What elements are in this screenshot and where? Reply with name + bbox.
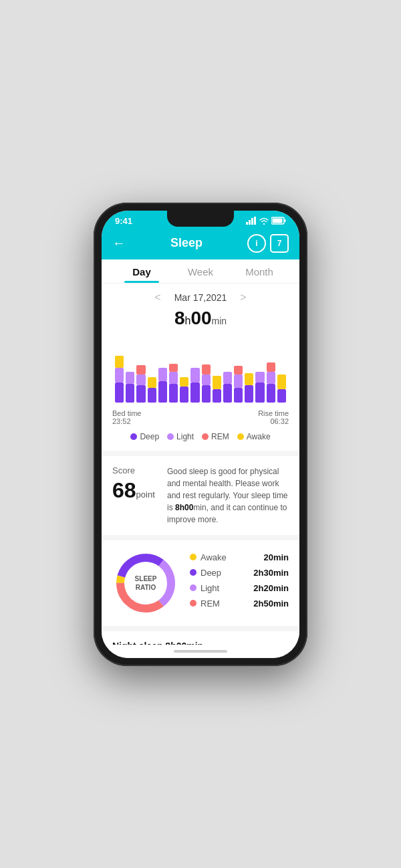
ratio-row-rem: REM2h50min <box>190 599 289 609</box>
ratio-legend: Awake20minDeep2h30minLight2h20minREM2h50… <box>190 552 289 614</box>
light-seg <box>202 374 211 385</box>
bar-group <box>277 374 286 403</box>
donut-chart: SLEEPRATIO <box>112 550 179 617</box>
deep-seg <box>115 383 124 403</box>
deep-seg <box>267 384 275 403</box>
legend-label: Light <box>176 432 194 441</box>
bottom-bar <box>102 645 299 658</box>
bar-group <box>223 372 232 403</box>
rise-time-label: Rise time <box>258 409 289 417</box>
light-seg <box>255 372 264 383</box>
score-display: Score 68point <box>112 465 159 503</box>
deep-seg <box>245 385 253 403</box>
deep-seg <box>255 383 264 403</box>
min-label: min <box>212 316 227 326</box>
awake-seg <box>277 374 286 389</box>
tab-month[interactable]: Month <box>230 259 289 283</box>
deep-seg <box>126 384 134 403</box>
awake-seg <box>180 377 188 387</box>
ratio-label: Deep <box>200 568 249 578</box>
ratio-label: REM <box>200 599 249 609</box>
svg-rect-2 <box>251 218 253 225</box>
ratio-row-deep: Deep2h30min <box>190 568 289 578</box>
bed-rise-times: Bed time 23:52 Rise time 06:32 <box>112 409 289 425</box>
rem-seg <box>202 364 211 374</box>
page-title: Sleep <box>126 236 247 250</box>
legend-item-deep: Deep <box>130 432 159 441</box>
bar-group <box>245 373 253 403</box>
rem-seg <box>169 364 178 372</box>
deep-seg <box>202 385 211 403</box>
svg-rect-6 <box>273 219 283 223</box>
bar-group <box>202 364 211 403</box>
bar-group <box>126 372 134 403</box>
rise-time: Rise time 06:32 <box>258 409 289 425</box>
chart-section: < Mar 17,2021 > 8h00min Bed time 23:52 <box>102 284 299 451</box>
ratio-value: 2h30min <box>253 568 289 578</box>
legend-dot <box>202 433 209 440</box>
deep-seg <box>169 384 178 403</box>
stat-row: Night sleep 8h00minReferences: 6-10 hour… <box>112 631 289 645</box>
deep-seg <box>148 388 156 403</box>
ratio-value: 2h50min <box>253 599 289 609</box>
light-seg <box>267 372 275 384</box>
ratio-value: 2h20min <box>253 583 289 593</box>
sleep-minutes: 00 <box>190 308 211 328</box>
light-seg <box>126 372 134 384</box>
score-number: 68 <box>112 478 136 502</box>
rise-time-value: 06:32 <box>258 417 289 425</box>
bar-group <box>169 364 178 403</box>
rem-seg <box>234 366 243 374</box>
light-seg <box>158 368 167 381</box>
ratio-dot <box>190 554 196 560</box>
prev-date-button[interactable]: < <box>154 292 160 304</box>
bar-group <box>255 372 264 403</box>
svg-rect-1 <box>249 220 251 225</box>
calendar-button[interactable]: 7 <box>270 234 289 253</box>
svg-rect-3 <box>254 217 256 225</box>
ratio-row-awake: Awake20min <box>190 552 289 562</box>
svg-rect-0 <box>246 222 248 225</box>
score-description: Good sleep is good for physical and ment… <box>167 465 289 526</box>
svg-rect-5 <box>285 219 286 222</box>
light-seg <box>190 368 199 383</box>
score-section: Score 68point Good sleep is good for phy… <box>102 456 299 535</box>
light-seg <box>223 372 232 384</box>
light-seg <box>169 372 178 384</box>
bed-time-label: Bed time <box>112 409 141 417</box>
light-seg <box>234 374 243 388</box>
next-date-button[interactable]: > <box>240 292 246 304</box>
deep-seg <box>213 389 221 403</box>
tab-week[interactable]: Week <box>171 259 230 283</box>
app-header: ← Sleep i 7 <box>102 229 299 259</box>
awake-seg <box>245 373 253 385</box>
bar-group <box>158 368 167 403</box>
deep-seg <box>277 389 286 403</box>
ratio-label: Awake <box>200 552 259 562</box>
stats-section: Night sleep 8h00minReferences: 6-10 hour… <box>102 631 299 645</box>
tab-day[interactable]: Day <box>112 259 171 283</box>
ratio-section: SLEEPRATIO Awake20minDeep2h30minLight2h2… <box>102 540 299 626</box>
legend-label: Deep <box>140 432 159 441</box>
bar-group <box>115 356 124 403</box>
deep-seg <box>158 381 167 403</box>
legend-item-awake: Awake <box>237 432 271 441</box>
bed-time: Bed time 23:52 <box>112 409 141 425</box>
ratio-dot <box>190 600 196 607</box>
current-date: Mar 17,2021 <box>174 292 227 303</box>
back-button[interactable]: ← <box>112 235 126 251</box>
score-unit: point <box>136 490 155 500</box>
light-seg <box>136 374 145 385</box>
ratio-dot <box>190 569 196 576</box>
sleep-hours: 8 <box>174 308 185 328</box>
legend-dot <box>130 433 137 440</box>
deep-seg <box>223 384 232 403</box>
awake-seg <box>148 377 156 388</box>
bar-group <box>148 377 156 403</box>
home-indicator <box>174 650 227 653</box>
rem-seg <box>267 362 275 372</box>
rem-seg <box>136 365 145 374</box>
info-button[interactable]: i <box>247 234 266 253</box>
legend-label: REM <box>211 432 229 441</box>
tab-bar: Day Week Month <box>102 259 299 284</box>
